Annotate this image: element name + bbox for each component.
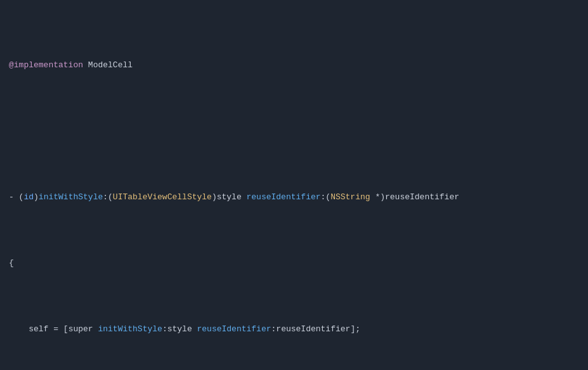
line-2 — [9, 125, 579, 138]
line-1: @implementation ModelCell — [9, 59, 579, 72]
line-4: { — [9, 257, 579, 270]
line-3: - (id)initWithStyle:(UITableViewCellStyl… — [9, 191, 579, 204]
line-5: self = [super initWithStyle:style reuseI… — [9, 323, 579, 336]
code-editor: @implementation ModelCell - (id)initWith… — [0, 0, 588, 370]
code-content: @implementation ModelCell - (id)initWith… — [0, 0, 588, 370]
